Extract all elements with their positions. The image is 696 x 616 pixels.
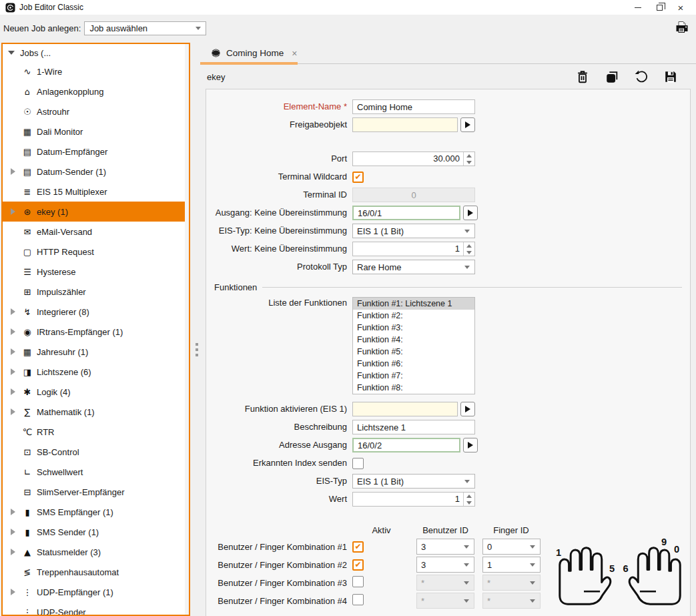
adresse-ausgang-picker-button[interactable] [463,438,478,452]
minimize-button[interactable] [632,1,644,13]
finger-id-select[interactable]: 0 [482,539,541,555]
splitter-handle[interactable] [196,343,198,356]
finger-id-select[interactable]: * [482,593,541,609]
eis-typ-keine-uebereinstimmung-select[interactable]: EIS 1 (1 Bit) [352,224,475,238]
freigabeobjekt-input[interactable] [352,117,458,132]
expand-icon[interactable] [11,529,15,535]
funktion-list-item[interactable]: Funktion #3: [353,322,474,334]
erkannten-index-senden-checkbox[interactable] [352,458,364,469]
tree-item[interactable]: ⊟ SlimServer-Empfänger [3,482,189,502]
expand-icon[interactable] [11,509,15,515]
eis-typ-select[interactable]: EIS 1 (1 Bit) [352,474,475,489]
tree-item[interactable]: ≣ EIS 15 Multiplexer [3,182,189,202]
tree-item[interactable]: ▮ SMS Empfänger (1) [3,502,189,522]
wert-spinner[interactable]: 1 [352,492,475,507]
tree-item[interactable]: ▤ Datum-Sender (1) [3,162,189,182]
tree-item[interactable]: ▦ Jahresuhr (1) [3,342,189,362]
aktiv-checkbox[interactable] [352,576,364,587]
tree-item[interactable]: ▤ Datum-Empfänger [3,141,189,162]
tree-item[interactable]: ◉ IRtrans-Empfänger (1) [3,322,189,342]
tree-root-jobs[interactable]: Jobs (... [3,44,189,61]
tree-item[interactable]: ⊡ SB-Control [3,442,189,462]
funktion-list-item[interactable]: Funktion #2: [353,310,474,322]
tree-item[interactable]: ▮ SMS Sender (1) [3,522,189,542]
funktionen-listbox[interactable]: Funktion #1: Lichtszene 1Funktion #2:Fun… [352,297,475,394]
tab-close-icon[interactable]: × [292,48,297,59]
collapse-icon[interactable] [8,51,15,55]
port-spinner[interactable]: 30.000 [352,151,475,166]
spin-up-icon[interactable] [464,152,474,159]
tree-item[interactable]: ↯ Integrierer (8) [3,302,189,322]
duplicate-button[interactable] [604,69,620,85]
tree-item[interactable]: ☉ Astrouhr [3,101,189,121]
tree-item[interactable]: ◨ Lichtszene (6) [3,362,189,382]
adresse-ausgang-input[interactable]: 16/0/2 [352,438,460,452]
tree-item[interactable]: ✱ Logik (4) [3,382,189,402]
finger-id-select[interactable]: * [482,575,541,591]
tree-item[interactable]: ⋮ UDP-Empfänger (1) [3,582,189,602]
aktiv-checkbox[interactable] [352,541,364,553]
tree-item[interactable]: ∿ 1-Wire [3,61,189,81]
element-name-input[interactable]: Coming Home [352,99,475,114]
tree-item[interactable]: ⌂ Anlagenkopplung [3,81,189,101]
restore-button[interactable] [653,1,665,13]
expand-icon[interactable] [11,348,15,355]
tree-item[interactable]: ✉ eMail-Versand [3,222,189,242]
tree-item[interactable]: ≶ Treppenhausautomat [3,562,189,582]
delete-button[interactable] [575,69,591,85]
spin-up-icon[interactable] [464,493,474,499]
finger-id-select[interactable]: 1 [482,557,541,573]
expand-icon[interactable] [11,308,15,315]
freigabeobjekt-picker-button[interactable] [460,117,475,132]
benutzer-id-select[interactable]: 3 [416,557,474,573]
tab-coming-home[interactable]: Coming Home × [207,44,301,62]
funktion-list-item[interactable]: Funktion #4: [353,334,474,346]
funktion-list-item[interactable]: Funktion #6: [353,358,474,370]
tree-item[interactable]: ☰ Hysterese [3,262,189,282]
tree-item[interactable]: ⋮ UDP-Sender [3,602,189,616]
funktion-list-item[interactable]: Funktion #8: [353,382,474,394]
expand-icon[interactable] [11,589,15,595]
benutzer-id-select[interactable]: * [416,593,474,609]
close-button[interactable]: × [675,1,687,13]
funktion-list-item[interactable]: Funktion #5: [353,346,474,358]
tree-item[interactable]: ℃ RTR [3,422,189,442]
tree-item[interactable]: ⊛ ekey (1) [3,202,189,222]
print-button[interactable] [673,19,691,37]
expand-icon[interactable] [11,168,15,175]
spin-down-icon[interactable] [464,159,474,166]
spin-down-icon[interactable] [464,249,474,256]
job-select[interactable]: Job auswählen [84,21,206,35]
sidebar-scrollbar[interactable] [185,44,189,615]
tree-item[interactable]: ▦ Dali Monitor [3,121,189,141]
undo-button[interactable] [633,69,649,85]
funktion-list-item[interactable]: Funktion #7: [353,370,474,382]
funktion-list-item[interactable]: Funktion #1: Lichtszene 1 [353,298,474,310]
expand-icon[interactable] [11,549,15,555]
spin-down-icon[interactable] [464,499,474,506]
expand-icon[interactable] [11,408,15,415]
save-button[interactable] [663,69,679,85]
aktiv-checkbox[interactable] [352,559,364,571]
protokoll-typ-select[interactable]: Rare Home [352,260,475,274]
funktion-aktivieren-input[interactable] [352,402,458,416]
benutzer-id-select[interactable]: * [416,575,474,591]
tree-item[interactable]: ⊞ Impulszähler [3,282,189,302]
wert-keine-uebereinstimmung-spinner[interactable]: 1 [352,242,475,256]
expand-icon[interactable] [11,328,15,335]
beschreibung-input[interactable]: Lichtszene 1 [352,420,475,434]
tree-item[interactable]: ∑ Mathematik (1) [3,402,189,422]
funktion-aktivieren-picker-button[interactable] [460,402,475,416]
expand-icon[interactable] [11,388,15,395]
expand-icon[interactable] [11,368,15,375]
tree-item[interactable]: ∟ Schwellwert [3,462,189,482]
expand-icon[interactable] [11,208,15,215]
aktiv-checkbox[interactable] [352,594,364,605]
terminal-wildcard-checkbox[interactable] [352,172,364,183]
benutzer-id-select[interactable]: 3 [416,539,474,555]
tree-item[interactable]: ▢ HTTP Request [3,242,189,262]
spin-up-icon[interactable] [464,242,474,249]
ausgang-picker-button[interactable] [463,206,478,220]
tree-item[interactable]: ▲ Statusmelder (3) [3,542,189,562]
ausgang-keine-uebereinstimmung-input[interactable]: 16/0/1 [352,206,460,220]
